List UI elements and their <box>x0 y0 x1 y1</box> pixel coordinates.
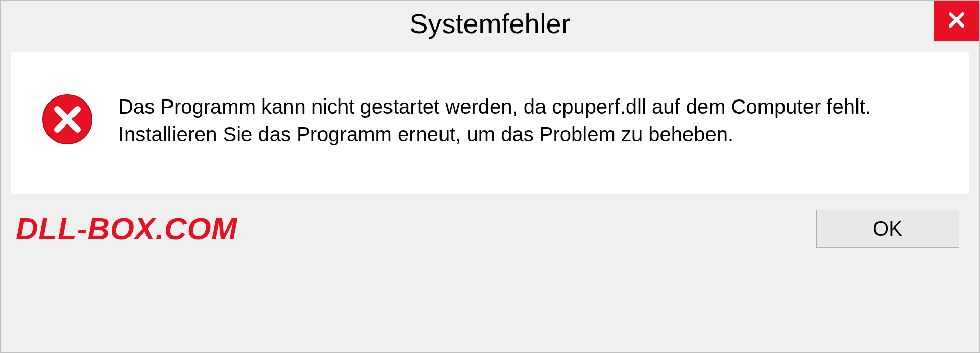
error-dialog: Systemfehler Das Programm kann nicht ges… <box>0 0 980 353</box>
ok-button[interactable]: OK <box>816 210 959 248</box>
close-button[interactable] <box>934 1 979 41</box>
watermark-text: DLL-BOX.COM <box>16 211 237 246</box>
error-message: Das Programm kann nicht gestartet werden… <box>118 93 938 148</box>
close-icon <box>946 10 967 32</box>
content-panel: Das Programm kann nicht gestartet werden… <box>11 52 969 194</box>
dialog-footer: DLL-BOX.COM OK <box>1 194 979 263</box>
dialog-title: Systemfehler <box>409 8 570 39</box>
error-icon <box>42 94 93 147</box>
titlebar: Systemfehler <box>1 1 979 46</box>
